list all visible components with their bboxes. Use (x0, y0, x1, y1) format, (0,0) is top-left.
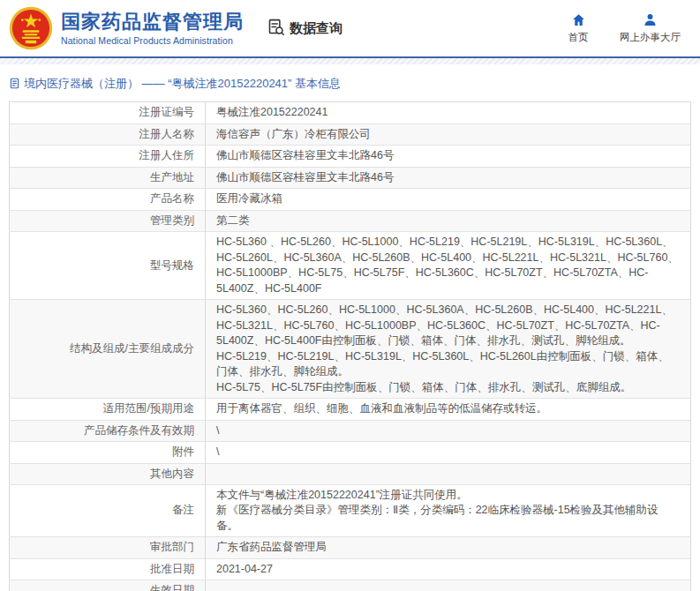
data-query-label: 数据查询 (290, 20, 342, 37)
row-label: 备注 (10, 484, 206, 537)
table-row: 注册人名称海信容声（广东）冷柜有限公司 (10, 123, 691, 146)
site-header: 国家药品监督管理局 National Medical Products Admi… (0, 0, 700, 56)
table-row: 附件\ (10, 442, 691, 464)
table-row: 生效日期 (10, 580, 691, 591)
table-row: 结构及组成/主要组成成分HC-5L360、HC-5L260、HC-5L1000、… (10, 300, 691, 399)
row-label: 注册人名称 (10, 123, 206, 146)
row-value: 第二类 (206, 210, 691, 232)
agency-title-cn: 国家药品监督管理局 (61, 11, 244, 33)
row-value: HC-5L360 、HC-5L260、HC-5L1000、HC-5L219、HC… (206, 232, 691, 300)
row-value: 医用冷藏冰箱 (206, 189, 691, 211)
table-row: 批准日期2021-04-27 (10, 558, 691, 580)
row-value: 海信容声（广东）冷柜有限公司 (206, 123, 691, 146)
info-table-body: 注册证编号粤械注准20152220241注册人名称海信容声（广东）冷柜有限公司注… (10, 102, 691, 591)
table-row: 产品名称医用冷藏冰箱 (10, 189, 691, 211)
row-value: 粤械注准20152220241 (206, 102, 691, 124)
registration-info-table: 注册证编号粤械注准20152220241注册人名称海信容声（广东）冷柜有限公司注… (9, 101, 691, 591)
nav-item-label: 首页 (568, 31, 589, 44)
home-icon (571, 12, 586, 27)
row-value: 佛山市顺德区容桂容里文丰北路46号 (206, 167, 691, 189)
table-row: 产品储存条件及有效期\ (10, 420, 691, 442)
table-row: 生产地址佛山市顺德区容桂容里文丰北路46号 (10, 167, 691, 189)
data-query-icon (267, 18, 285, 39)
table-row: 审批部门广东省药品监督管理局 (10, 537, 691, 559)
table-row: 管理类别第二类 (10, 210, 691, 232)
row-value: 广东省药品监督管理局 (206, 537, 691, 559)
hatch-band (0, 58, 700, 64)
row-label: 注册人住所 (10, 146, 206, 168)
row-value (206, 580, 691, 591)
row-label: 注册证编号 (10, 102, 206, 124)
row-value: 本文件与“粤械注准20152220241”注册证共同使用。 新《医疗器械分类目录… (206, 484, 691, 537)
site-brand: 国家药品监督管理局 National Medical Products Admi… (9, 6, 244, 50)
row-value: 2021-04-27 (206, 558, 691, 580)
row-label: 产品储存条件及有效期 (10, 420, 206, 442)
row-value: 用于离体器官、组织、细胞、血液和血液制品等的低温储存或转运。 (206, 399, 691, 421)
row-label: 型号规格 (10, 232, 206, 300)
row-value (206, 463, 691, 484)
nav-item-label: 网上办事大厅 (620, 31, 681, 44)
row-value: \ (206, 442, 691, 464)
row-value: \ (206, 420, 691, 442)
nav-item-home[interactable]: 首页 (563, 12, 593, 44)
row-value: 佛山市顺德区容桂容里文丰北路46号 (206, 146, 691, 168)
user-icon (643, 12, 658, 27)
nav-item-online-hall[interactable]: 网上办事大厅 (620, 12, 681, 44)
emblem-logo (9, 6, 53, 50)
table-row: 其他内容 (10, 463, 691, 484)
row-label: 附件 (10, 442, 206, 464)
row-label: 管理类别 (10, 210, 206, 232)
row-label: 其他内容 (10, 463, 206, 484)
row-label: 生效日期 (10, 580, 206, 591)
table-row: 注册人住所佛山市顺德区容桂容里文丰北路46号 (10, 146, 691, 168)
breadcrumb-text: 境内医疗器械（注册） —— “粤械注准20152220241” 基本信息 (24, 76, 341, 92)
table-row: 型号规格HC-5L360 、HC-5L260、HC-5L1000、HC-5L21… (10, 232, 691, 300)
table-row: 适用范围/预期用途用于离体器官、组织、细胞、血液和血液制品等的低温储存或转运。 (10, 399, 691, 421)
header-nav: 首页 网上办事大厅 (563, 12, 681, 44)
row-label: 审批部门 (10, 537, 206, 559)
document-icon (9, 77, 20, 92)
row-label: 适用范围/预期用途 (10, 399, 206, 421)
breadcrumb: 境内医疗器械（注册） —— “粤械注准20152220241” 基本信息 (9, 76, 691, 92)
row-value: HC-5L360、HC-5L260、HC-5L1000、HC-5L360A、HC… (206, 300, 691, 399)
row-label: 结构及组成/主要组成成分 (10, 300, 206, 399)
data-query-tab[interactable]: 数据查询 (267, 18, 342, 39)
table-row: 注册证编号粤械注准20152220241 (10, 102, 691, 124)
table-row: 备注本文件与“粤械注准20152220241”注册证共同使用。 新《医疗器械分类… (10, 484, 691, 537)
row-label: 批准日期 (10, 558, 206, 580)
row-label: 生产地址 (10, 167, 206, 189)
brand-text: 国家药品监督管理局 National Medical Products Admi… (61, 11, 244, 45)
agency-title-en: National Medical Products Administration (61, 35, 244, 46)
row-label: 产品名称 (10, 189, 206, 211)
registration-info-table-wrap: 注册证编号粤械注准20152220241注册人名称海信容声（广东）冷柜有限公司注… (9, 101, 691, 591)
